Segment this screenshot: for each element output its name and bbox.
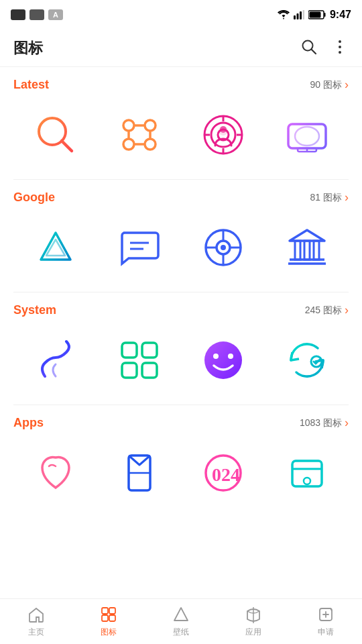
section-title-apps: Apps bbox=[13, 416, 44, 430]
svg-rect-65 bbox=[109, 608, 115, 614]
svg-rect-64 bbox=[102, 608, 108, 614]
svg-rect-5 bbox=[324, 13, 325, 17]
icon-cell-joystick-blue[interactable] bbox=[181, 214, 265, 281]
nav-label-apply: 申请 bbox=[318, 627, 334, 638]
svg-rect-0 bbox=[294, 15, 296, 19]
nav-item-apps[interactable]: 应用 bbox=[217, 605, 290, 638]
icon-cell-links-orange[interactable] bbox=[97, 101, 181, 168]
icon-cell-text-pink[interactable]: 024 bbox=[181, 439, 265, 506]
icon-cell-tv-purple[interactable] bbox=[265, 101, 349, 168]
status-left: A bbox=[11, 9, 63, 20]
svg-point-10 bbox=[339, 46, 341, 48]
header-title: 图标 bbox=[13, 38, 43, 58]
icons-nav-icon bbox=[99, 605, 118, 624]
svg-point-63 bbox=[304, 478, 310, 484]
svg-rect-66 bbox=[102, 615, 108, 621]
svg-rect-1 bbox=[296, 13, 298, 19]
icon-cell-search-orange[interactable] bbox=[13, 101, 97, 168]
section-header-apps: Apps 1083 图标 › bbox=[13, 416, 349, 430]
header-actions bbox=[300, 38, 349, 58]
icon-cell-person-target[interactable] bbox=[181, 101, 265, 168]
svg-rect-2 bbox=[300, 11, 302, 19]
section-meta-google[interactable]: 81 图标 › bbox=[310, 191, 349, 205]
wallpaper-icon bbox=[172, 605, 190, 624]
section-meta-latest[interactable]: 90 图标 › bbox=[310, 78, 349, 92]
icon-cell-bank-blue[interactable] bbox=[265, 214, 349, 281]
bottom-nav: 主页 图标 壁纸 应用 bbox=[0, 598, 362, 644]
wifi-icon bbox=[278, 10, 290, 19]
svg-rect-3 bbox=[302, 10, 304, 19]
section-apps: Apps 1083 图标 › bbox=[0, 405, 362, 517]
svg-rect-31 bbox=[288, 124, 326, 148]
section-title-latest: Latest bbox=[13, 78, 49, 92]
icon-cell-chat-blue[interactable] bbox=[97, 214, 181, 281]
section-count-system: 245 图标 bbox=[305, 305, 342, 317]
section-meta-apps[interactable]: 1083 图标 › bbox=[300, 416, 349, 430]
section-google: Google 81 图标 › bbox=[0, 180, 362, 292]
arrow-system: › bbox=[345, 303, 349, 317]
icon-grid-latest bbox=[13, 101, 349, 180]
icon-cell-sync-teal[interactable] bbox=[265, 327, 349, 394]
apps-nav-icon bbox=[244, 605, 263, 624]
svg-point-54 bbox=[204, 341, 242, 379]
more-icon[interactable] bbox=[331, 38, 349, 58]
nav-label-home: 主页 bbox=[28, 627, 44, 638]
nav-item-wallpaper[interactable]: 壁纸 bbox=[145, 605, 217, 638]
svg-point-26 bbox=[220, 126, 227, 133]
svg-rect-67 bbox=[109, 615, 115, 621]
svg-rect-61 bbox=[292, 461, 322, 486]
nav-label-wallpaper: 壁纸 bbox=[173, 627, 189, 638]
svg-point-39 bbox=[221, 245, 226, 250]
svg-rect-51 bbox=[142, 343, 157, 358]
svg-rect-50 bbox=[122, 343, 137, 358]
svg-rect-53 bbox=[142, 363, 157, 378]
section-title-google: Google bbox=[13, 191, 55, 205]
nav-item-icons[interactable]: 图标 bbox=[72, 605, 145, 638]
section-title-system: System bbox=[13, 303, 56, 317]
icon-cell-grid-green[interactable] bbox=[97, 327, 181, 394]
battery-icon bbox=[308, 10, 326, 19]
nav-item-home[interactable]: 主页 bbox=[0, 605, 72, 638]
svg-marker-44 bbox=[290, 230, 324, 241]
icon-cell-box-teal[interactable] bbox=[265, 439, 349, 506]
icon-cell-triangle-teal[interactable] bbox=[13, 214, 97, 281]
icon-cell-bookmark-blue[interactable] bbox=[97, 439, 181, 506]
nav-item-apply[interactable]: 申请 bbox=[290, 605, 362, 638]
arrow-google: › bbox=[345, 191, 349, 205]
svg-point-15 bbox=[145, 120, 156, 131]
svg-point-17 bbox=[145, 139, 156, 150]
svg-text:024: 024 bbox=[212, 464, 240, 485]
status-right: 9:47 bbox=[278, 9, 351, 21]
svg-rect-46 bbox=[304, 241, 310, 260]
icon-grid-google bbox=[13, 214, 349, 292]
status-bar: A 9:47 bbox=[0, 0, 362, 30]
section-header-latest: Latest 90 图标 › bbox=[13, 78, 349, 92]
section-count-latest: 90 图标 bbox=[310, 79, 342, 91]
main-content: Latest 90 图标 › bbox=[0, 67, 362, 598]
icon-cell-smiley-purple[interactable] bbox=[181, 327, 265, 394]
icon-grid-system bbox=[13, 327, 349, 405]
section-system: System 245 图标 › bbox=[0, 292, 362, 405]
svg-point-56 bbox=[228, 354, 233, 359]
section-meta-system[interactable]: 245 图标 › bbox=[305, 303, 349, 317]
search-icon[interactable] bbox=[300, 38, 318, 58]
status-square2 bbox=[29, 9, 44, 20]
nav-label-icons: 图标 bbox=[101, 627, 117, 638]
svg-rect-45 bbox=[295, 241, 300, 260]
svg-rect-47 bbox=[314, 241, 319, 260]
svg-point-16 bbox=[123, 139, 134, 150]
svg-point-11 bbox=[339, 51, 341, 54]
section-count-google: 81 图标 bbox=[310, 192, 342, 204]
icon-cell-heart-pink[interactable] bbox=[13, 439, 97, 506]
svg-line-8 bbox=[312, 49, 316, 54]
svg-point-9 bbox=[339, 40, 341, 43]
icon-cell-s-curve[interactable] bbox=[13, 327, 97, 394]
home-icon bbox=[27, 605, 46, 624]
section-header-system: System 245 图标 › bbox=[13, 303, 349, 317]
section-latest: Latest 90 图标 › bbox=[0, 67, 362, 180]
svg-rect-6 bbox=[309, 12, 320, 18]
header: 图标 bbox=[0, 30, 362, 67]
status-square1 bbox=[11, 9, 25, 20]
svg-rect-52 bbox=[122, 363, 137, 378]
svg-line-13 bbox=[62, 141, 72, 151]
